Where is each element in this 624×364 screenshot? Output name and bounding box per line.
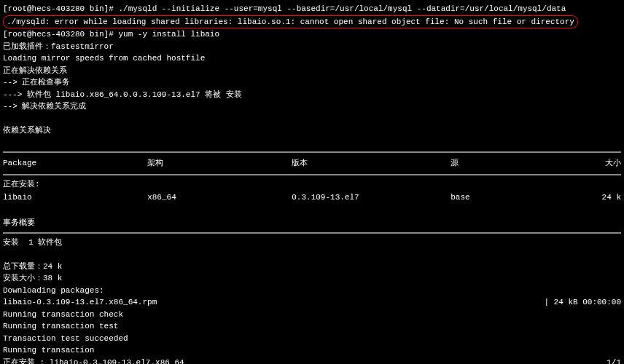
cell-version: 0.3.109-13.el7 — [292, 191, 451, 204]
output-line: Running transaction — [3, 344, 621, 357]
cell-size: 24 k — [581, 191, 621, 204]
output-line: 正在解决依赖关系 — [3, 65, 621, 77]
download-progress: libaio-0.3.109-13.el7.x86_64.rpm | 24 kB… — [3, 296, 621, 309]
install-count: 安装 1 软件包 — [3, 237, 621, 249]
cell-package: libaio — [3, 191, 147, 204]
output-line: Running transaction check — [3, 309, 621, 321]
installing-label: 正在安装: — [3, 178, 621, 191]
col-header-arch: 架构 — [147, 157, 292, 170]
deps-resolved-header: 依赖关系解决 — [3, 124, 621, 137]
installing-pkg: 正在安装 : libaio-0.3.109-13.el7.x86_64 — [3, 357, 184, 365]
col-header-repo: 源 — [451, 157, 580, 170]
separator — [3, 232, 621, 234]
cell-arch: x86_64 — [147, 191, 292, 204]
rpm-filename: libaio-0.3.109-13.el7.x86_64.rpm — [3, 296, 157, 309]
blank-line — [3, 248, 621, 261]
output-line: --> 解决依赖关系完成 — [3, 100, 621, 113]
output-line: ---> 软件包 libaio.x86_64.0.0.3.109-13.el7 … — [3, 89, 621, 101]
output-line: --> 正在检查事务 — [3, 76, 621, 89]
col-header-package: Package — [3, 157, 147, 170]
output-line: Running transaction test — [3, 320, 621, 333]
install-size: 安装大小：38 k — [3, 272, 621, 285]
blank-line — [3, 137, 621, 149]
output-line: Transaction test succeeded — [3, 333, 621, 345]
col-header-size: 大小 — [581, 157, 621, 170]
prompt-mysqld: [root@hecs-403280 bin]# ./mysqld --initi… — [3, 3, 621, 15]
separator — [3, 174, 621, 175]
separator — [3, 151, 621, 153]
fraction: 1/1 — [607, 357, 621, 365]
download-status: | 24 kB 00:00:00 — [544, 296, 621, 309]
installing-row: 正在安装 : libaio-0.3.109-13.el7.x86_64 1/1 — [3, 357, 621, 365]
summary-label: 事务概要 — [3, 217, 621, 229]
cell-repo: base — [451, 191, 580, 204]
table-row: libaio x86_64 0.3.109-13.el7 base 24 k — [3, 190, 621, 205]
table-header: Package 架构 版本 源 大小 — [3, 156, 621, 171]
error-message: ./mysqld: error while loading shared lib… — [3, 15, 578, 29]
downloading-label: Downloading packages: — [3, 285, 621, 297]
output-line: Loading mirror speeds from cached hostfi… — [3, 52, 621, 65]
blank-line — [3, 205, 621, 218]
col-header-version: 版本 — [292, 157, 451, 170]
blank-line — [3, 113, 621, 125]
total-download: 总下载量：24 k — [3, 261, 621, 273]
output-line: 已加载插件：fastestmirror — [3, 41, 621, 53]
prompt-yum: [root@hecs-403280 bin]# yum -y install l… — [3, 28, 621, 41]
